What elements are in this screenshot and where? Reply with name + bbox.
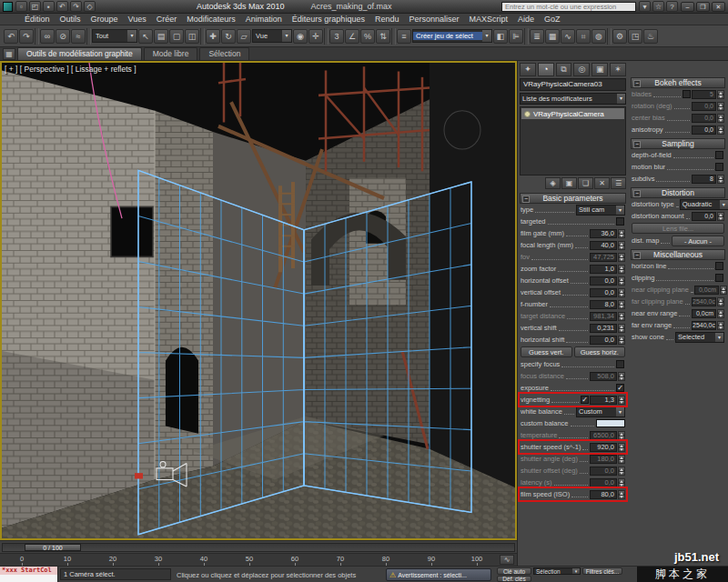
far-env-range-spinner[interactable] [717, 321, 724, 330]
material-editor-icon[interactable]: ◍ [592, 29, 606, 44]
film-speed-iso-value-field[interactable]: 80,0 [590, 490, 617, 499]
shutter-offset-deg-spinner[interactable] [618, 467, 625, 476]
f-number-value-field[interactable]: 8,0 [590, 300, 617, 309]
center-bias-value-field[interactable]: 0,0 [692, 114, 716, 123]
far-clipping-plane-value-field[interactable]: 2540,0cm [692, 297, 716, 306]
window-crossing-icon[interactable]: ◫ [185, 29, 199, 44]
ribbon-tab-outils-de-mod-lisation-graphite[interactable]: Outils de modélisation graphite [17, 47, 142, 60]
spinner-down-icon[interactable] [717, 95, 724, 99]
menu-groupe[interactable]: Groupe [86, 15, 123, 24]
modifier-stack[interactable]: VRayPhysicalCamera [520, 106, 626, 176]
mirror-icon[interactable]: ◧ [493, 29, 508, 44]
spinner-down-icon[interactable] [618, 495, 625, 499]
key-filters-button[interactable]: Filtres clés... [582, 567, 622, 575]
shutter-angle-deg-value-field[interactable]: 180,0 [590, 455, 617, 464]
rotation-deg-spinner[interactable] [717, 102, 724, 111]
render-setup-icon[interactable]: ⚙ [612, 29, 627, 44]
center-bias-spinner[interactable] [717, 114, 724, 123]
horizon-line-checkbox[interactable] [715, 262, 723, 270]
fetch-icon[interactable]: ◇ [84, 1, 96, 12]
display-tab-icon[interactable]: ▣ [592, 63, 608, 76]
horizontal-shift-spinner[interactable] [618, 336, 625, 345]
focus-distance-spinner[interactable] [618, 372, 625, 381]
vignetting-checkbox[interactable]: ✓ [581, 396, 589, 404]
zoom-factor-value-field[interactable]: 1,0 [590, 265, 617, 274]
near-env-range-spinner[interactable] [717, 309, 724, 318]
spinner-down-icon[interactable] [717, 314, 724, 318]
near-clipping-plane-spinner[interactable] [720, 286, 727, 295]
latency-s-value-field[interactable]: 0,0 [590, 478, 617, 487]
spinner-down-icon[interactable] [618, 281, 625, 286]
time-slider[interactable]: 0 / 100 [0, 540, 517, 553]
viewport[interactable]: [ + ] [ Perspective ] [ Lissage + reflet… [0, 61, 517, 540]
anisotropy-value-field[interactable]: 0,0 [692, 125, 716, 135]
new-scene-icon[interactable]: ▫ [15, 1, 27, 12]
spinner-snap-icon[interactable]: ⇅ [376, 29, 390, 44]
motion-blur-checkbox[interactable] [715, 163, 723, 171]
spinner-down-icon[interactable] [618, 483, 625, 487]
horizontal-offset-spinner[interactable] [618, 276, 625, 286]
guess-vert-button[interactable]: Guess vert. [521, 346, 572, 357]
near-clipping-plane-value-field[interactable]: 0,0cm [694, 286, 719, 295]
unlink-selection-icon[interactable]: ⊘ [56, 29, 70, 44]
named-selection-dropdown[interactable]: Créer jeu de sélect▾ [412, 29, 492, 43]
ribbon-tab-s-lection[interactable]: Sélection [199, 47, 249, 60]
edit-named-selections-icon[interactable]: ≡ [397, 29, 411, 44]
motion-tab-icon[interactable]: ◎ [573, 63, 590, 76]
snaps-toggle-icon[interactable]: 3 [329, 29, 344, 44]
spinner-down-icon[interactable] [618, 305, 625, 309]
vignetting-spinner[interactable] [618, 396, 625, 405]
modifier-list-dropdown[interactable]: Liste des modificateurs ▾ [520, 93, 626, 105]
undo-icon[interactable]: ↶ [56, 1, 68, 12]
maxscript-mini-listener[interactable]: *xxx StartCol [0, 567, 58, 582]
fov-spinner[interactable] [618, 253, 625, 262]
blades-spinner[interactable] [717, 90, 724, 99]
graphite-tools-icon[interactable]: ▦ [3, 48, 15, 60]
horizontal-offset-value-field[interactable]: 0,0 [590, 276, 617, 286]
spinner-down-icon[interactable] [618, 471, 625, 476]
subdivs-spinner[interactable] [717, 175, 724, 184]
rollout-header-basic-parameters[interactable]: −Basic parameters [520, 193, 626, 204]
spinner-down-icon[interactable] [717, 118, 724, 123]
vertical-shift-spinner[interactable] [618, 324, 625, 333]
align-icon[interactable]: ⊫ [509, 29, 523, 44]
viewport-scene[interactable] [2, 63, 515, 538]
configure-modifier-sets-icon[interactable]: ☰ [611, 177, 626, 189]
listener-input-line[interactable] [0, 575, 57, 582]
temperature-spinner[interactable] [618, 431, 625, 440]
spinner-down-icon[interactable] [717, 179, 724, 184]
make-unique-icon[interactable]: ❏ [578, 177, 593, 189]
menu-maxscript[interactable]: MAXScript [464, 15, 512, 24]
select-and-rotate-icon[interactable]: ↻ [221, 29, 236, 44]
menu-animation[interactable]: Animation [241, 15, 287, 24]
specify-focus-checkbox[interactable] [616, 360, 624, 368]
listener-macro-line[interactable]: *xxx StartCol [0, 567, 57, 575]
auto-key-button[interactable]: Clé auto [497, 567, 531, 575]
exposure-checkbox[interactable]: ✓ [616, 384, 624, 392]
reference-coordinate-d ropdown[interactable]: Vue▾ [252, 29, 292, 43]
spinner-down-icon[interactable] [720, 290, 727, 295]
track-bar[interactable]: ∿ 0102030405060708090100 [0, 553, 517, 566]
remove-modifier-icon[interactable]: ✕ [594, 177, 610, 189]
redo-icon[interactable]: ↷ [70, 1, 82, 12]
distortion-amount-spinner[interactable] [717, 212, 724, 221]
menu-goz[interactable]: GoZ [540, 15, 565, 24]
select-and-link-icon[interactable]: ∞ [40, 29, 55, 44]
communication-center-icon[interactable]: ☆ [652, 1, 664, 12]
menu-rendu[interactable]: Rendu [370, 15, 404, 24]
film-gate-mm-value-field[interactable]: 36,0 [590, 229, 617, 238]
rollout-header-sampling[interactable]: −Sampling [631, 138, 725, 149]
spinner-down-icon[interactable] [618, 234, 625, 238]
menu-outils[interactable]: Outils [56, 15, 86, 24]
spinner-down-icon[interactable] [618, 376, 625, 381]
shutter-speed-s-1-value-field[interactable]: 920,0 [590, 443, 617, 452]
modify-tab-icon[interactable]: ◔ [538, 63, 554, 76]
latency-s-spinner[interactable] [618, 478, 625, 487]
selection-filter-dropdown[interactable]: Tout▾ [92, 29, 137, 43]
curve-editor-icon[interactable]: ∿ [561, 29, 575, 44]
dist-map-button[interactable]: - Aucun - [672, 236, 724, 246]
focal-length-mm-spinner[interactable] [618, 241, 625, 250]
menu-cr-er[interactable]: Créer [152, 15, 182, 24]
film-speed-iso-spinner[interactable] [618, 490, 625, 499]
angle-snap-icon[interactable]: ∠ [345, 29, 359, 44]
